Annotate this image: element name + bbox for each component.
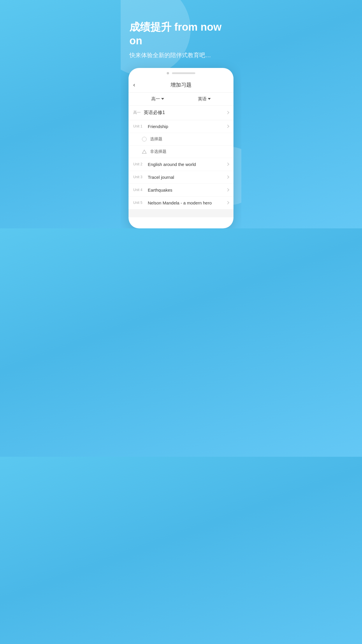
unit-2-label: Unit 2: [133, 162, 148, 166]
phone-bar: [172, 72, 195, 74]
triangle-icon: [142, 149, 147, 154]
subject-arrow-icon: [208, 98, 211, 100]
unit-2-title: English around the world: [148, 162, 226, 167]
back-button[interactable]: ‹: [133, 81, 135, 88]
header-subtitle: 快来体验全新的陪伴式教育吧…: [129, 51, 233, 59]
unit-3-chevron-icon: [226, 175, 229, 178]
section-grade-label: 高一: [133, 110, 144, 115]
section-chevron-icon: [226, 111, 229, 114]
phone-dot: [167, 72, 169, 74]
unit-1-label: Unit 1: [133, 124, 148, 128]
unit-4-chevron-icon: [226, 188, 229, 191]
unit-1-chevron-icon: [226, 125, 229, 128]
svg-marker-0: [142, 150, 146, 153]
sub-item-multiple-choice[interactable]: 选择题: [129, 133, 233, 146]
header-section: 成绩提升 from now on 快来体验全新的陪伴式教育吧…: [121, 0, 241, 68]
unit-2-chevron-icon: [226, 162, 229, 166]
unit-5-item[interactable]: Unit 5 Nelson Mandela - a modern hero: [129, 197, 233, 209]
grade-filter[interactable]: 高一: [151, 96, 164, 102]
grade-arrow-icon: [161, 98, 164, 100]
header-title: 成绩提升 from now on: [129, 20, 233, 48]
phone-mockup: ‹ 增加习题 高一 英语 高一 英语必修1 Unit 1: [129, 68, 233, 228]
list-container: 高一 英语必修1 Unit 1 Friendship 选择题: [129, 106, 233, 209]
nav-title: 增加习题: [171, 81, 191, 88]
unit-5-title: Nelson Mandela - a modern hero: [148, 200, 226, 205]
nav-bar: ‹ 增加习题: [129, 77, 233, 93]
multiple-choice-label: 选择题: [150, 136, 162, 142]
subject-filter[interactable]: 英语: [198, 96, 211, 102]
unit-5-label: Unit 5: [133, 201, 148, 205]
subject-label: 英语: [198, 96, 207, 102]
unit-3-label: Unit 3: [133, 175, 148, 179]
unit-3-item[interactable]: Unit 3 Tracel journal: [129, 171, 233, 184]
unit-4-item[interactable]: Unit 4 Earthquakes: [129, 184, 233, 197]
unit-4-title: Earthquakes: [148, 188, 226, 192]
grade-label: 高一: [151, 96, 160, 102]
section-header[interactable]: 高一 英语必修1: [129, 106, 233, 120]
unit-2-item[interactable]: Unit 2 English around the world: [129, 158, 233, 171]
non-multiple-choice-label: 非选择题: [150, 149, 166, 154]
filter-row: 高一 英语: [129, 93, 233, 106]
unit-3-title: Tracel journal: [148, 175, 226, 180]
app-content: ‹ 增加习题 高一 英语 高一 英语必修1 Unit 1: [129, 77, 233, 217]
unit-1-item[interactable]: Unit 1 Friendship: [129, 120, 233, 133]
section-textbook: 英语必修1: [144, 110, 226, 116]
sub-item-non-multiple-choice[interactable]: 非选择题: [129, 146, 233, 158]
unit-5-chevron-icon: [226, 201, 229, 204]
phone-top-bar: [129, 68, 233, 77]
unit-4-label: Unit 4: [133, 188, 148, 192]
unit-1-title: Friendship: [148, 124, 226, 129]
circle-icon: [142, 137, 147, 141]
